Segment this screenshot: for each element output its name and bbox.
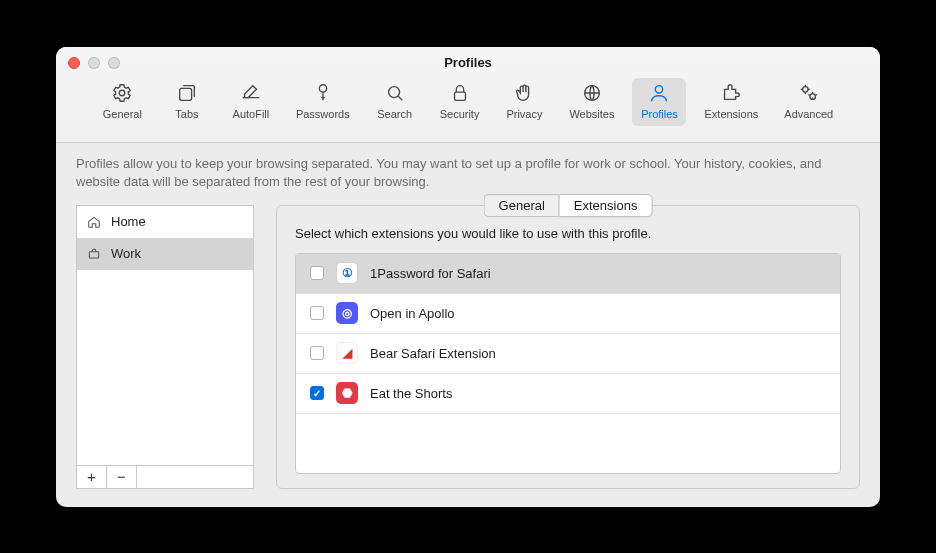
minimize-window-button[interactable] bbox=[88, 57, 100, 69]
tabs-icon bbox=[176, 82, 198, 104]
toolbar-label: Security bbox=[440, 108, 480, 120]
svg-rect-4 bbox=[454, 92, 465, 100]
profile-item-work[interactable]: Work bbox=[77, 238, 253, 270]
toolbar-privacy[interactable]: Privacy bbox=[497, 78, 551, 126]
svg-point-0 bbox=[120, 90, 126, 96]
toolbar-label: Privacy bbox=[506, 108, 542, 120]
extension-checkbox[interactable] bbox=[310, 346, 324, 360]
extension-name: Eat the Shorts bbox=[370, 386, 452, 401]
svg-point-6 bbox=[656, 85, 663, 92]
split-view: Home Work + − General Extensions bbox=[76, 205, 860, 489]
profile-item-home[interactable]: Home bbox=[77, 206, 253, 238]
add-profile-button[interactable]: + bbox=[77, 466, 107, 488]
toolbar-autofill[interactable]: AutoFill bbox=[224, 78, 278, 126]
close-window-button[interactable] bbox=[68, 57, 80, 69]
profile-detail-panel: General Extensions Select which extensio… bbox=[276, 205, 860, 489]
toolbar-label: Profiles bbox=[641, 108, 678, 120]
toolbar-label: Tabs bbox=[175, 108, 198, 120]
toolbar-security[interactable]: Security bbox=[432, 78, 488, 126]
sidebar-footer: + − bbox=[77, 465, 253, 488]
hand-icon bbox=[513, 82, 535, 104]
window-title: Profiles bbox=[56, 47, 880, 70]
extension-checkbox[interactable] bbox=[310, 386, 324, 400]
puzzle-icon bbox=[720, 82, 742, 104]
gears-icon bbox=[798, 82, 820, 104]
house-icon bbox=[87, 215, 101, 229]
extension-checkbox[interactable] bbox=[310, 266, 324, 280]
toolbar-label: Search bbox=[377, 108, 412, 120]
preferences-toolbar: General Tabs AutoFill Passwords Search S… bbox=[56, 78, 880, 126]
toolbar-label: Extensions bbox=[704, 108, 758, 120]
segment-general[interactable]: General bbox=[484, 194, 559, 217]
extension-name: 1Password for Safari bbox=[370, 266, 491, 281]
key-icon bbox=[312, 82, 334, 104]
svg-point-2 bbox=[319, 84, 326, 91]
remove-profile-button[interactable]: − bbox=[107, 466, 137, 488]
profiles-list: Home Work bbox=[77, 206, 253, 465]
gear-icon bbox=[111, 82, 133, 104]
segment-extensions[interactable]: Extensions bbox=[559, 194, 653, 217]
extension-row[interactable]: ◢ Bear Safari Extension bbox=[296, 334, 840, 374]
toolbar-label: Passwords bbox=[296, 108, 350, 120]
extension-row[interactable]: ① 1Password for Safari bbox=[296, 254, 840, 294]
profile-label: Work bbox=[111, 246, 141, 261]
extensions-list[interactable]: ① 1Password for Safari ◎ Open in Apollo … bbox=[295, 253, 841, 474]
svg-point-3 bbox=[388, 86, 399, 97]
profiles-description: Profiles allow you to keep your browsing… bbox=[76, 155, 860, 191]
briefcase-icon bbox=[87, 247, 101, 261]
search-icon bbox=[384, 82, 406, 104]
extension-app-icon: ◢ bbox=[336, 342, 358, 364]
extensions-hint: Select which extensions you would like t… bbox=[295, 226, 841, 241]
toolbar-passwords[interactable]: Passwords bbox=[288, 78, 358, 126]
toolbar-advanced[interactable]: Advanced bbox=[776, 78, 841, 126]
extension-name: Open in Apollo bbox=[370, 306, 455, 321]
toolbar-websites[interactable]: Websites bbox=[561, 78, 622, 126]
content-area: Profiles allow you to keep your browsing… bbox=[56, 143, 880, 507]
lock-icon bbox=[449, 82, 471, 104]
extension-name: Bear Safari Extension bbox=[370, 346, 496, 361]
zoom-window-button[interactable] bbox=[108, 57, 120, 69]
extension-row[interactable]: ◎ Open in Apollo bbox=[296, 294, 840, 334]
toolbar-search[interactable]: Search bbox=[368, 78, 422, 126]
preferences-window: Profiles General Tabs AutoFill Passwords… bbox=[56, 47, 880, 507]
extension-row[interactable]: ⬣ Eat the Shorts bbox=[296, 374, 840, 414]
segmented-control: General Extensions bbox=[484, 194, 653, 217]
profile-label: Home bbox=[111, 214, 146, 229]
toolbar-label: Websites bbox=[569, 108, 614, 120]
traffic-lights bbox=[68, 57, 120, 69]
titlebar: Profiles General Tabs AutoFill Passwords… bbox=[56, 47, 880, 143]
svg-rect-9 bbox=[89, 252, 98, 258]
toolbar-general[interactable]: General bbox=[95, 78, 150, 126]
toolbar-label: Advanced bbox=[784, 108, 833, 120]
extension-app-icon: ① bbox=[336, 262, 358, 284]
extension-app-icon: ⬣ bbox=[336, 382, 358, 404]
svg-rect-1 bbox=[180, 88, 192, 100]
toolbar-label: AutoFill bbox=[233, 108, 270, 120]
profiles-sidebar: Home Work + − bbox=[76, 205, 254, 489]
toolbar-label: General bbox=[103, 108, 142, 120]
person-icon bbox=[648, 82, 670, 104]
extension-checkbox[interactable] bbox=[310, 306, 324, 320]
toolbar-extensions[interactable]: Extensions bbox=[696, 78, 766, 126]
globe-icon bbox=[581, 82, 603, 104]
pencil-field-icon bbox=[240, 82, 262, 104]
svg-point-7 bbox=[802, 86, 808, 92]
extension-app-icon: ◎ bbox=[336, 302, 358, 324]
toolbar-profiles[interactable]: Profiles bbox=[632, 78, 686, 126]
toolbar-tabs[interactable]: Tabs bbox=[160, 78, 214, 126]
